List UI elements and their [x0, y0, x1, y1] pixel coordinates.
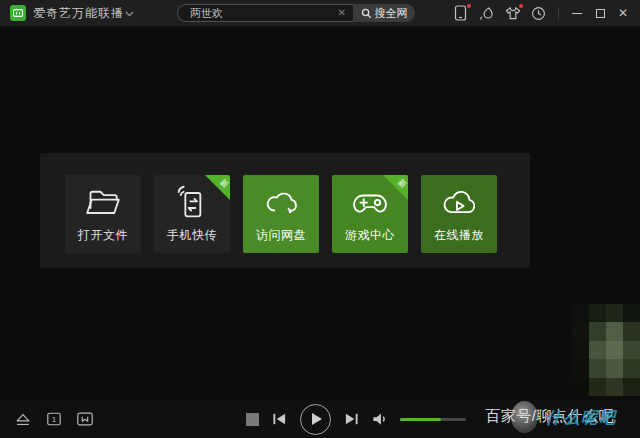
cloud-play-icon [439, 183, 479, 223]
tv-cast-icon[interactable] [76, 411, 94, 427]
vip-shirt-icon[interactable] [504, 5, 521, 22]
notification-badge [467, 4, 471, 8]
caption-area: 百家号/聊点什么呢 什么呢吧 [485, 407, 614, 429]
stop-button[interactable] [246, 413, 259, 426]
clear-search-icon[interactable]: ✕ [338, 7, 346, 18]
cloud-drive-icon [261, 183, 301, 223]
phone-connect-icon[interactable] [452, 5, 469, 22]
titlebar-tools: ✕ [452, 0, 630, 26]
playlist-count: 1 [52, 415, 57, 424]
search-bar: ✕ 搜全网 [177, 4, 415, 22]
volume-slider[interactable] [400, 418, 466, 421]
launcher-button-label: 打开文件 [78, 227, 128, 244]
search-button[interactable]: 搜全网 [353, 4, 415, 22]
playlist-button[interactable]: 1 [46, 411, 62, 427]
titlebar: 爱奇艺万能联播 ✕ 搜全网 [0, 0, 640, 26]
phone-transfer-button[interactable]: 手机快传 新 [154, 175, 230, 253]
app-logo-icon [10, 5, 26, 21]
watermark-overlay-text: 什么呢吧 [545, 408, 617, 429]
maximize-button[interactable] [593, 0, 607, 26]
bottom-control-bar: 1 [0, 400, 640, 438]
app-title: 爱奇艺万能联播 [33, 0, 124, 26]
launcher-button-label: 手机快传 [167, 227, 217, 244]
search-button-label: 搜全网 [375, 6, 408, 21]
launcher-button-label: 在线播放 [434, 227, 484, 244]
minimize-button[interactable] [570, 0, 584, 26]
game-center-button[interactable]: 游戏中心 新 [332, 175, 408, 253]
previous-button[interactable] [272, 412, 287, 426]
open-media-eject-icon[interactable] [14, 412, 32, 427]
cloud-drive-button[interactable]: 访问网盘 [243, 175, 319, 253]
notification-badge [519, 4, 523, 8]
volume-fill [400, 418, 441, 421]
folder-open-icon [83, 183, 123, 223]
launcher-button-label: 访问网盘 [256, 227, 306, 244]
launcher-button-label: 游戏中心 [345, 227, 395, 244]
divider [558, 7, 559, 20]
next-button[interactable] [344, 412, 359, 426]
app-window: 爱奇艺万能联播 ✕ 搜全网 [0, 0, 640, 438]
play-button[interactable] [300, 404, 331, 435]
search-input[interactable] [190, 5, 330, 21]
censored-watermark-mosaic [572, 304, 640, 396]
close-button[interactable]: ✕ [616, 0, 630, 26]
volume-icon[interactable] [372, 412, 387, 426]
search-icon [361, 8, 372, 19]
history-clock-icon[interactable] [530, 5, 547, 22]
open-file-button[interactable]: 打开文件 [65, 175, 141, 253]
online-play-button[interactable]: 在线播放 [421, 175, 497, 253]
launcher-panel: 打开文件 手机快传 新 访问网盘 [40, 153, 530, 268]
chevron-down-icon[interactable] [125, 11, 134, 17]
skin-icon[interactable] [478, 5, 495, 22]
